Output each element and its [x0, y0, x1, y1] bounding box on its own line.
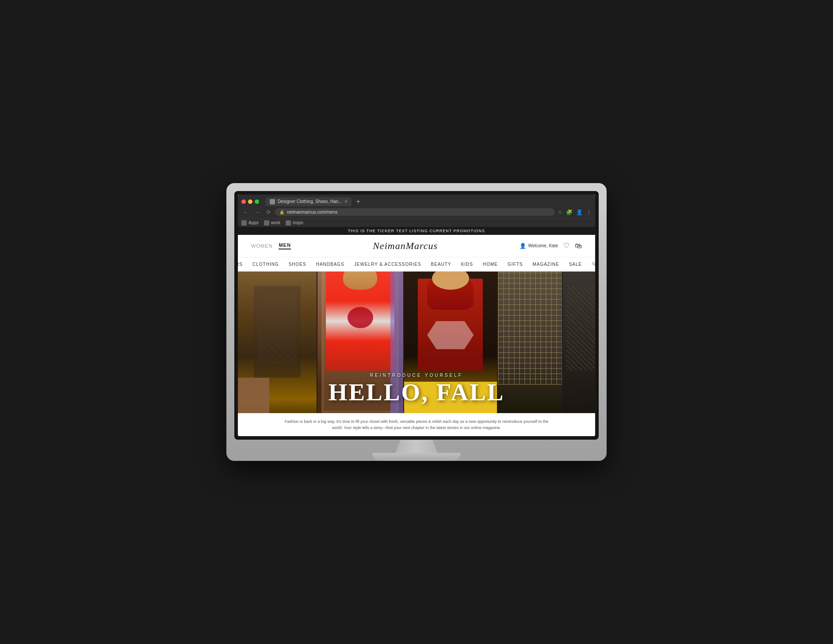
- nav-gifts[interactable]: GIFTS: [508, 262, 523, 267]
- hero-subtitle: REINTRODUCE YOURSELF: [247, 373, 586, 378]
- lock-icon: 🔒: [279, 210, 284, 215]
- profile-icon[interactable]: 👤: [576, 209, 583, 215]
- new-tab-button[interactable]: +: [354, 198, 362, 205]
- bookmark-work[interactable]: work: [264, 220, 280, 226]
- tabs-bar: Designer Clothing, Shoes, Han... × +: [238, 195, 595, 206]
- men-link[interactable]: MEN: [279, 242, 290, 249]
- browser-chrome: Designer Clothing, Shoes, Han... × + ← →…: [238, 195, 595, 227]
- nav-designers[interactable]: DESIGNERS: [238, 262, 243, 267]
- ticker-bar: THIS IS THE TICKER TEXT LISTING CURRENT …: [238, 227, 595, 235]
- inspo-bookmark-label: inspo: [293, 220, 303, 225]
- active-tab[interactable]: Designer Clothing, Shoes, Han... ×: [265, 197, 352, 206]
- bookmark-star-icon[interactable]: ☆: [558, 209, 562, 215]
- bookmark-inspo[interactable]: inspo: [286, 220, 303, 226]
- main-nav: DESIGNERS CLOTHING SHOES HANDBAGS JEWELR…: [238, 257, 595, 272]
- traffic-light-green[interactable]: [255, 199, 259, 204]
- bookmark-apps[interactable]: Apps: [241, 220, 259, 226]
- shopping-bag-icon[interactable]: 🛍: [575, 242, 582, 250]
- nav-shoes[interactable]: SHOES: [289, 262, 306, 267]
- nav-sale[interactable]: SALE: [569, 262, 582, 267]
- hero-title: HELLO, FALL: [247, 380, 586, 404]
- screen-bezel: Designer Clothing, Shoes, Han... × + ← →…: [234, 191, 599, 440]
- url-text: neimanmarcus.com/mens: [287, 210, 337, 215]
- header-right: 👤 Welcome, Kate ♡ 🛍: [520, 242, 582, 250]
- refresh-button[interactable]: ⟳: [264, 208, 272, 216]
- traffic-light-red[interactable]: [241, 199, 246, 204]
- nav-jewelry[interactable]: JEWELRY & ACCESSORIES: [354, 262, 421, 267]
- nav-search[interactable]: 🔍 SEARCH: [592, 262, 595, 267]
- apps-bookmark-icon: [241, 220, 247, 226]
- nav-kids[interactable]: KIDS: [461, 262, 473, 267]
- nav-magazine[interactable]: MAGAZINE: [532, 262, 559, 267]
- work-bookmark-label: work: [271, 220, 280, 225]
- stand-neck: [390, 440, 443, 453]
- hero-caption-text: Fashion is back in a big way. It's time …: [282, 418, 551, 431]
- tab-title: Designer Clothing, Shoes, Han...: [278, 199, 342, 204]
- website-content: THIS IS THE TICKER TEXT LISTING CURRENT …: [238, 227, 595, 437]
- gender-nav: WOMEN MEN: [251, 242, 291, 249]
- work-bookmark-icon: [264, 220, 269, 226]
- traffic-lights: [241, 199, 259, 204]
- inspo-bookmark-icon: [286, 220, 291, 226]
- monitor-screen: Designer Clothing, Shoes, Han... × + ← →…: [238, 195, 595, 437]
- menu-icon[interactable]: ⋮: [586, 209, 592, 215]
- tab-favicon: [270, 199, 275, 204]
- bookmarks-bar: Apps work inspo: [238, 218, 595, 227]
- nav-clothing[interactable]: CLOTHING: [252, 262, 279, 267]
- nav-beauty[interactable]: BEAUTY: [431, 262, 451, 267]
- welcome-label: Welcome, Kate: [528, 243, 558, 248]
- monitor-stand: [234, 440, 599, 461]
- nav-home[interactable]: HOME: [483, 262, 498, 267]
- back-button[interactable]: ←: [241, 208, 250, 216]
- address-bar: ← → ⟳ 🔒 neimanmarcus.com/mens ☆ 🧩 👤 ⋮: [238, 206, 595, 218]
- site-logo[interactable]: NeimanMarcus: [291, 240, 520, 252]
- hero-text-overlay: REINTRODUCE YOURSELF HELLO, FALL: [238, 366, 595, 413]
- logo-text: NeimanMarcus: [373, 240, 438, 251]
- user-icon: 👤: [520, 243, 526, 249]
- ticker-text: THIS IS THE TICKER TEXT LISTING CURRENT …: [348, 229, 485, 233]
- hero-caption: Fashion is back in a big way. It's time …: [238, 413, 595, 437]
- url-field[interactable]: 🔒 neimanmarcus.com/mens: [275, 208, 555, 216]
- stand-base: [372, 453, 461, 461]
- wishlist-heart-icon[interactable]: ♡: [563, 242, 569, 250]
- extensions-icon[interactable]: 🧩: [566, 209, 573, 215]
- tab-close-button[interactable]: ×: [345, 199, 348, 204]
- site-header: WOMEN MEN NeimanMarcus 👤 Welcome, Kate ♡…: [238, 235, 595, 257]
- traffic-light-yellow[interactable]: [248, 199, 252, 204]
- browser-right-icons: ☆ 🧩 👤 ⋮: [558, 209, 592, 215]
- forward-button[interactable]: →: [253, 208, 262, 216]
- search-icon: 🔍: [592, 262, 595, 267]
- welcome-user[interactable]: 👤 Welcome, Kate: [520, 243, 558, 249]
- women-link[interactable]: WOMEN: [251, 243, 272, 249]
- apps-bookmark-label: Apps: [248, 220, 259, 225]
- nav-handbags[interactable]: HANDBAGS: [316, 262, 344, 267]
- hero-section: REINTRODUCE YOURSELF HELLO, FALL: [238, 272, 595, 413]
- monitor-outer: Designer Clothing, Shoes, Han... × + ← →…: [226, 183, 607, 461]
